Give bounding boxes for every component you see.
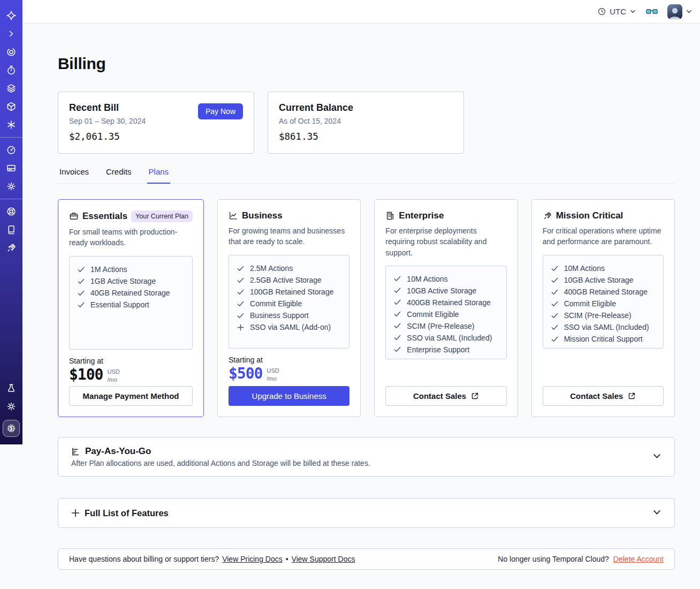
labs-flask-icon[interactable] bbox=[6, 383, 17, 394]
feature-row: Mission Critical Support bbox=[551, 333, 656, 345]
feature-row: 10GB Active Storage bbox=[393, 285, 498, 297]
feature-row: SCIM (Pre-Release) bbox=[551, 309, 656, 321]
check-icon bbox=[551, 312, 559, 320]
current-balance-title: Current Balance bbox=[279, 102, 453, 114]
support-docs-link[interactable]: View Support Docs bbox=[292, 555, 355, 563]
sidebar-divider bbox=[0, 137, 22, 138]
sidebar-item-billing-active[interactable] bbox=[3, 420, 20, 437]
feature-row: Enterprise Support bbox=[393, 344, 498, 356]
support-lifebuoy-icon[interactable] bbox=[6, 206, 17, 217]
current-balance-asof: As of Oct 15, 2024 bbox=[279, 117, 453, 125]
check-icon bbox=[393, 310, 401, 318]
feature-row: 1GB Active Storage bbox=[77, 275, 185, 287]
plan-description: For enterprise deployments requiring rob… bbox=[385, 225, 506, 258]
plan-name: Essentials bbox=[82, 211, 127, 222]
recent-bill-amount: $2,061.35 bbox=[69, 131, 243, 142]
rocket-icon bbox=[543, 211, 552, 221]
feature-row: 2.5M Actions bbox=[237, 262, 341, 274]
billing-page: Billing Recent Bill Sep 01 – Sep 30, 202… bbox=[22, 55, 700, 570]
delete-account-link[interactable]: Delete Account bbox=[613, 555, 664, 563]
feature-row: 40GB Retained Storage bbox=[77, 287, 185, 299]
check-icon bbox=[393, 322, 401, 330]
nexus-icon[interactable] bbox=[6, 119, 17, 131]
feature-row: SSO via SAML (Included) bbox=[551, 321, 656, 333]
feature-row: 10M Actions bbox=[393, 273, 498, 285]
payg-title: Pay-As-You-Go bbox=[85, 446, 151, 457]
plan-card-enterprise: Enterprise For enterprise deployments re… bbox=[374, 199, 518, 417]
plan-feature-box: 10M Actions 10GB Active Storage 400GB Re… bbox=[385, 266, 506, 359]
plus-icon bbox=[71, 509, 80, 517]
plan-name: Mission Critical bbox=[556, 210, 623, 221]
feature-row: Business Support bbox=[237, 309, 341, 321]
sidebar-divider bbox=[0, 199, 22, 199]
contact-sales-button[interactable]: Contact Sales bbox=[385, 386, 506, 406]
check-icon bbox=[551, 300, 559, 308]
usage-gauge-icon[interactable] bbox=[6, 145, 17, 156]
tab-credits[interactable]: Credits bbox=[104, 167, 133, 183]
timezone-label: UTC bbox=[610, 7, 626, 16]
plan-feature-box: 10M Actions 10GB Active Storage 400GB Re… bbox=[543, 255, 664, 349]
feature-row: 10M Actions bbox=[551, 262, 656, 274]
namespaces-icon[interactable] bbox=[6, 47, 17, 58]
check-icon bbox=[77, 277, 85, 285]
schedules-icon[interactable] bbox=[6, 65, 17, 76]
plan-name: Business bbox=[242, 210, 283, 221]
plan-card-business: Business For growing teams and businesse… bbox=[217, 199, 361, 417]
user-menu[interactable] bbox=[667, 4, 693, 19]
price-amount: $500 bbox=[229, 365, 262, 382]
chevron-down-icon bbox=[652, 451, 661, 463]
upgrade-business-button[interactable]: Upgrade to Business bbox=[229, 386, 349, 406]
tab-plans[interactable]: Plans bbox=[147, 167, 171, 184]
feature-row: 100GB Retained Storage bbox=[237, 286, 341, 298]
check-icon bbox=[77, 301, 85, 309]
footer-separator: • bbox=[286, 555, 288, 563]
plan-price: Starting at $500 USD/mo bbox=[229, 356, 349, 383]
pricing-docs-link[interactable]: View Pricing Docs bbox=[222, 555, 283, 563]
feature-row: 10GB Active Storage bbox=[551, 274, 656, 286]
settings-gear-icon[interactable] bbox=[6, 181, 17, 192]
timezone-selector[interactable]: UTC bbox=[597, 7, 636, 16]
sidebar bbox=[0, 0, 22, 444]
check-icon bbox=[551, 288, 559, 296]
manage-payment-button[interactable]: Manage Payment Method bbox=[69, 386, 193, 406]
layers-icon[interactable] bbox=[6, 83, 17, 94]
theme-sun-icon[interactable] bbox=[6, 401, 17, 412]
feature-row: SSO via SAML (Add-on) bbox=[237, 321, 341, 333]
collapse-chevron-icon[interactable] bbox=[6, 28, 17, 40]
check-icon bbox=[551, 265, 559, 273]
external-link-icon bbox=[628, 392, 636, 400]
payg-accordion[interactable]: Pay-As-You-Go After Plan allocations are… bbox=[58, 437, 675, 477]
clock-icon bbox=[597, 7, 606, 16]
bar-chart-icon bbox=[71, 447, 80, 456]
delete-question: No longer using Temporal Cloud? bbox=[498, 555, 609, 563]
feature-row: Commit Eligible bbox=[237, 298, 341, 309]
contact-sales-button[interactable]: Contact Sales bbox=[543, 386, 664, 406]
check-icon bbox=[551, 323, 559, 331]
current-balance-amount: $861.35 bbox=[279, 131, 453, 142]
pay-now-button[interactable]: Pay Now bbox=[198, 103, 243, 119]
chevron-down-icon bbox=[652, 508, 661, 519]
topbar: UTC bbox=[22, 0, 700, 24]
full-features-accordion[interactable]: Full List of Features bbox=[58, 498, 675, 528]
feature-row: Commit Eligible bbox=[393, 308, 498, 320]
temporal-logo-icon[interactable] bbox=[6, 10, 17, 21]
plan-cards: Essentials Your Current Plan For small t… bbox=[58, 199, 675, 417]
docs-book-icon[interactable] bbox=[6, 224, 17, 236]
check-icon bbox=[551, 335, 559, 343]
billing-panel-icon[interactable] bbox=[6, 163, 17, 174]
payg-subtitle: After Plan allocations are used, additio… bbox=[71, 459, 370, 467]
getting-started-rocket-icon[interactable] bbox=[6, 243, 17, 254]
check-icon bbox=[551, 276, 559, 284]
tab-invoices[interactable]: Invoices bbox=[58, 167, 90, 183]
plan-price: Starting at $100 USD/mo bbox=[69, 357, 193, 384]
plus-icon bbox=[237, 323, 245, 331]
current-plan-badge: Your Current Plan bbox=[131, 210, 193, 222]
deployments-cube-icon[interactable] bbox=[6, 101, 17, 112]
check-icon bbox=[237, 300, 245, 308]
check-icon bbox=[77, 289, 85, 297]
labs-glasses-toggle[interactable] bbox=[646, 7, 658, 16]
footer-bar: Have questions about billing or support … bbox=[58, 548, 675, 570]
person-silhouette-icon bbox=[667, 5, 682, 19]
plan-card-mission-critical: Mission Critical For critical operations… bbox=[531, 199, 675, 417]
check-icon bbox=[237, 288, 245, 296]
